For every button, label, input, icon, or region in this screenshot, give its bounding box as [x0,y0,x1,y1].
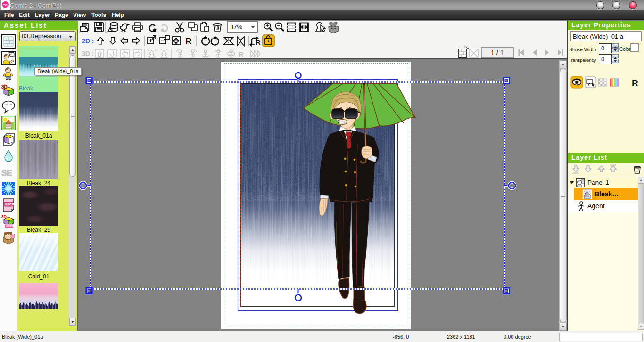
svg-text:SE: SE [1,169,12,178]
svg-text:R: R [256,38,261,46]
svg-text:2D :: 2D : [82,37,94,45]
svg-text:3D :: 3D : [82,50,94,57]
svg-text:R: R [239,50,244,58]
svg-text:R: R [185,36,192,46]
svg-text:3D: 3D [1,84,8,90]
svg-text:USER: USER [5,203,14,206]
svg-text:Po!: Po! [3,3,9,7]
svg-text:1 / 1: 1 / 1 [491,49,504,57]
svg-text:R: R [632,78,638,88]
svg-text:37%: 37% [230,24,242,31]
svg-text:USER: USER [6,225,14,228]
